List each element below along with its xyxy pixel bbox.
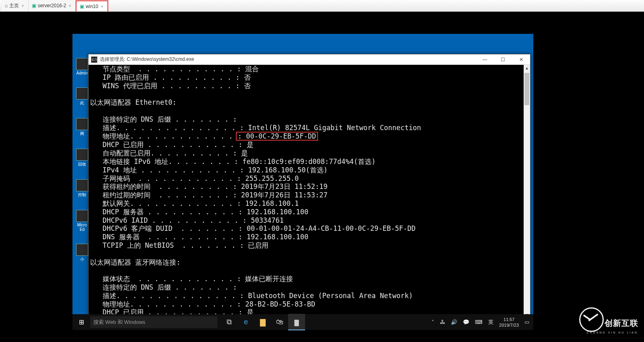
- folder-icon: [76, 179, 88, 191]
- system-tray: ˄ 🖧 🔊 💬 ⌨ 英 11:57 2019/7/23 ▭: [431, 317, 533, 328]
- desktop-icon[interactable]: Admin: [74, 58, 90, 75]
- action-center-icon[interactable]: ▭: [524, 319, 529, 325]
- tab-home[interactable]: ⌂ 主页 ×: [2, 0, 29, 11]
- tab-win10[interactable]: ▣ win10 ×: [76, 0, 108, 11]
- desktop-icon[interactable]: Micro Ed: [74, 210, 90, 232]
- folder-icon: [76, 244, 88, 256]
- desktop-icon[interactable]: 此: [74, 87, 90, 106]
- desktop-icon-label: 控制: [78, 192, 86, 198]
- folder-icon: [76, 118, 88, 130]
- mac-address-highlight: : 00-0C-29-EB-5F-DD: [236, 132, 318, 141]
- folder-icon: [76, 149, 88, 161]
- volume-icon[interactable]: 🔊: [451, 319, 457, 325]
- desktop-icon[interactable]: 小: [74, 244, 90, 262]
- store-icon[interactable]: 🛍: [271, 314, 288, 330]
- close-icon[interactable]: ×: [68, 3, 72, 8]
- cmd-window: C:\ 选择管理员: C:\Windows\system32\cmd.exe —…: [88, 54, 530, 319]
- desktop-icon-label: Micro Ed: [74, 223, 90, 232]
- folder-icon: [76, 87, 88, 99]
- clock-date: 2019/7/23: [499, 322, 519, 328]
- home-icon: ⌂: [5, 3, 8, 8]
- desktop-icon[interactable]: 网: [74, 118, 90, 137]
- minimize-button[interactable]: —: [476, 54, 494, 64]
- desktop-icon[interactable]: 控制: [74, 179, 90, 198]
- monitor-icon: ▣: [80, 4, 84, 9]
- vm-viewport: Admin此网回收控制Micro Ed小 C:\ 选择管理员: C:\Windo…: [0, 12, 644, 342]
- scroll-up-icon[interactable]: ▲: [524, 65, 530, 71]
- cmd-title: 选择管理员: C:\Windows\system32\cmd.exe: [100, 56, 194, 63]
- watermark-logo-icon: [579, 307, 604, 332]
- desktop-icon-label: 小: [80, 257, 84, 262]
- folder-icon: [76, 58, 88, 70]
- desktop-icon-label: 网: [80, 131, 84, 137]
- notification-icon[interactable]: 💬: [463, 319, 469, 325]
- edge-icon[interactable]: e: [237, 314, 254, 330]
- folder-icon: [76, 210, 88, 222]
- ime-indicator[interactable]: 英: [488, 319, 493, 326]
- start-button[interactable]: ⊞: [72, 314, 90, 330]
- search-input[interactable]: 搜索 Web 和 Windows: [90, 316, 217, 328]
- maximize-button[interactable]: ☐: [494, 54, 512, 64]
- desktop-icon-label: Admin: [76, 71, 88, 75]
- explorer-icon[interactable]: ▇: [254, 314, 271, 330]
- host-tab-bar: ⌂ 主页 × ▣ server2016-2 × ▣ win10 ×: [0, 0, 644, 12]
- desktop-icon[interactable]: 回收: [74, 149, 90, 167]
- watermark-brand: 创新互联: [605, 318, 638, 329]
- scroll-thumb[interactable]: [524, 73, 529, 105]
- tab-home-label: 主页: [9, 2, 19, 9]
- close-button[interactable]: ✕: [512, 54, 530, 64]
- close-icon[interactable]: ×: [100, 4, 104, 9]
- taskbar: ⊞ 搜索 Web 和 Windows ⧉ e ▇ 🛍 ▆ ˄ 🖧 🔊 💬 ⌨ 英…: [72, 314, 533, 330]
- tray-chevron-icon[interactable]: ˄: [431, 319, 434, 325]
- clock[interactable]: 11:57 2019/7/23: [499, 317, 519, 328]
- close-icon[interactable]: ×: [21, 3, 25, 8]
- cmd-task-icon[interactable]: ▆: [288, 314, 305, 330]
- scrollbar[interactable]: ▲ ▼: [524, 65, 530, 318]
- tab-win10-label: win10: [86, 4, 98, 9]
- network-icon[interactable]: 🖧: [440, 319, 445, 325]
- cmd-icon: C:\: [91, 56, 97, 63]
- cmd-output[interactable]: 节点类型 . . . . . . . . . . . . : 混合 IP 路由已…: [89, 65, 530, 318]
- watermark-sub: CHUANG XIN HU LIAN: [586, 331, 638, 334]
- tab-server2016[interactable]: ▣ server2016-2 ×: [29, 0, 76, 11]
- clock-time: 11:57: [499, 317, 519, 322]
- desktop-icon-label: 此: [80, 100, 84, 106]
- mac-label: 物理地址. . . . . . . . . . . . .: [90, 132, 237, 140]
- task-view-icon[interactable]: ⧉: [221, 314, 237, 330]
- tab-server-label: server2016-2: [38, 3, 66, 8]
- keyboard-icon[interactable]: ⌨: [475, 319, 483, 325]
- desktop-icon-label: 回收: [78, 162, 86, 167]
- cmd-titlebar[interactable]: C:\ 选择管理员: C:\Windows\system32\cmd.exe —…: [89, 54, 530, 65]
- monitor-icon: ▣: [32, 3, 36, 8]
